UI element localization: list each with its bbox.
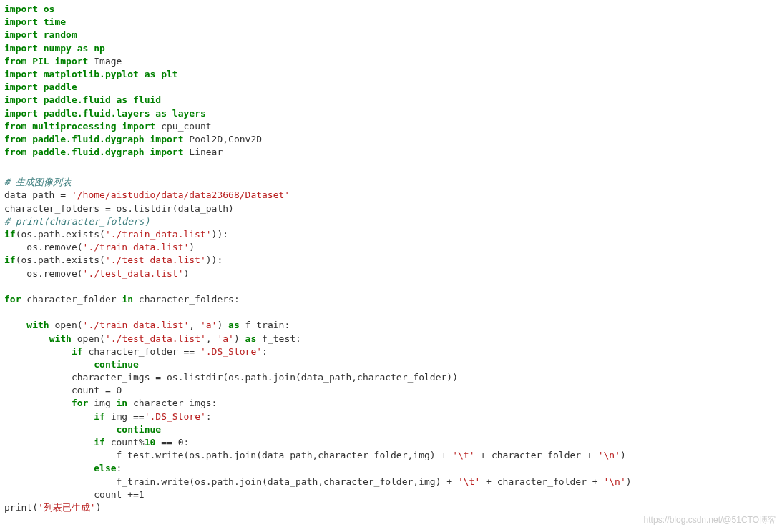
code-token: : xyxy=(206,411,212,422)
code-token xyxy=(26,134,32,144)
code-token xyxy=(4,411,94,422)
code-token: './test_data.list' xyxy=(83,268,184,279)
code-token: # 生成图像列表 xyxy=(4,177,72,187)
code-token xyxy=(4,307,26,317)
code-token: ' xyxy=(452,450,458,460)
code-token: ) xyxy=(183,268,189,279)
code-token: character_folder == xyxy=(83,346,200,357)
code-token: paddle.fluid.dygraph xyxy=(32,147,145,157)
code-token: ' xyxy=(458,476,464,487)
code-token: Linear xyxy=(183,147,223,157)
code-token: as xyxy=(155,108,167,119)
code-token xyxy=(4,346,72,357)
code-token: ) xyxy=(234,333,245,344)
code-token: continue xyxy=(94,359,139,370)
code-token: if xyxy=(72,346,83,357)
code-token: as xyxy=(77,43,89,54)
code-token: './test_data.list' xyxy=(105,333,206,344)
code-token: character_folder xyxy=(21,294,122,305)
code-token xyxy=(38,108,44,119)
code-token: import xyxy=(4,29,38,40)
code-token: import xyxy=(4,43,38,54)
code-token xyxy=(155,69,161,79)
code-token: \t xyxy=(464,476,475,487)
code-token: '/home/aistudio/data/data23668/Dataset' xyxy=(72,189,290,200)
code-token xyxy=(145,134,150,144)
code-token: in xyxy=(117,398,128,408)
code-token: plt xyxy=(161,69,177,79)
code-token: from xyxy=(4,56,26,66)
code-token: './train_data.list' xyxy=(83,320,190,330)
code-token: import xyxy=(4,69,38,79)
code-token: character_imgs: xyxy=(127,398,217,408)
code-token: )): xyxy=(212,229,228,240)
code-token: Pool2D,Conv2D xyxy=(183,134,262,144)
code-token: as xyxy=(145,69,156,79)
code-token: \t xyxy=(458,450,469,460)
code-token xyxy=(38,4,44,14)
code-token: './test_data.list' xyxy=(105,255,206,265)
code-token: if xyxy=(4,255,16,265)
code-token: from xyxy=(4,147,26,157)
code-token: '.DS_Store' xyxy=(145,411,206,422)
code-token: as xyxy=(245,333,257,344)
code-token: == 0: xyxy=(155,437,189,448)
code-token: time xyxy=(44,16,66,27)
code-token xyxy=(38,16,44,27)
code-token: layers xyxy=(172,108,206,119)
code-token: )): xyxy=(206,255,223,265)
code-token: os.remove( xyxy=(4,242,83,252)
code-token: ' xyxy=(620,476,626,487)
code-token xyxy=(4,281,26,292)
code-token xyxy=(4,398,72,408)
code-token: import xyxy=(122,121,155,132)
code-token: as xyxy=(117,94,128,105)
code-token xyxy=(111,94,117,105)
code-token: '列表已生成' xyxy=(38,502,96,513)
code-token: open( xyxy=(72,333,105,344)
code-token xyxy=(4,359,94,370)
code-token xyxy=(38,82,44,92)
code-token: Image xyxy=(88,56,122,66)
code-token: import xyxy=(150,147,184,157)
code-token: count = 0 xyxy=(4,385,122,395)
code-token: , xyxy=(206,333,218,344)
code-token xyxy=(4,320,26,330)
code-token: \n xyxy=(609,476,620,487)
code-token: 10 xyxy=(145,437,156,448)
code-token: os xyxy=(44,4,55,14)
code-token: data_path = xyxy=(4,189,72,200)
code-token xyxy=(4,424,117,435)
code-token: for xyxy=(4,294,21,305)
code-token: 'a' xyxy=(200,320,217,330)
code-token: multiprocessing xyxy=(32,121,116,132)
code-token: open( xyxy=(49,320,83,330)
code-token: from xyxy=(4,134,26,144)
code-token: , xyxy=(189,320,200,330)
code-token: './train_data.list' xyxy=(83,242,190,252)
code-token: else xyxy=(94,463,116,473)
code-token: continue xyxy=(117,424,162,435)
code-token: + character_folder + xyxy=(474,450,597,460)
code-token: import xyxy=(4,94,38,105)
code-token xyxy=(72,43,77,54)
code-token: img == xyxy=(105,411,145,422)
code-token: f_test: xyxy=(256,333,301,344)
code-token: with xyxy=(49,333,72,344)
code-token: character_imgs = os.listdir(os.path.join… xyxy=(4,372,458,383)
code-token: import xyxy=(54,56,88,66)
code-token xyxy=(4,463,94,473)
code-token: cpu_count xyxy=(155,121,211,132)
code-token xyxy=(26,147,32,157)
code-token: paddle.fluid xyxy=(44,94,111,105)
code-token xyxy=(26,121,32,132)
code-token: fluid xyxy=(133,94,161,105)
code-token xyxy=(4,333,49,344)
code-token: count% xyxy=(105,437,145,448)
code-token: ) xyxy=(189,242,195,252)
code-token: import xyxy=(4,82,38,92)
code-token: img xyxy=(88,398,116,408)
code-token: os.remove( xyxy=(4,268,83,279)
code-token: ) xyxy=(626,476,632,487)
code-token: (os.path.exists( xyxy=(16,229,105,240)
